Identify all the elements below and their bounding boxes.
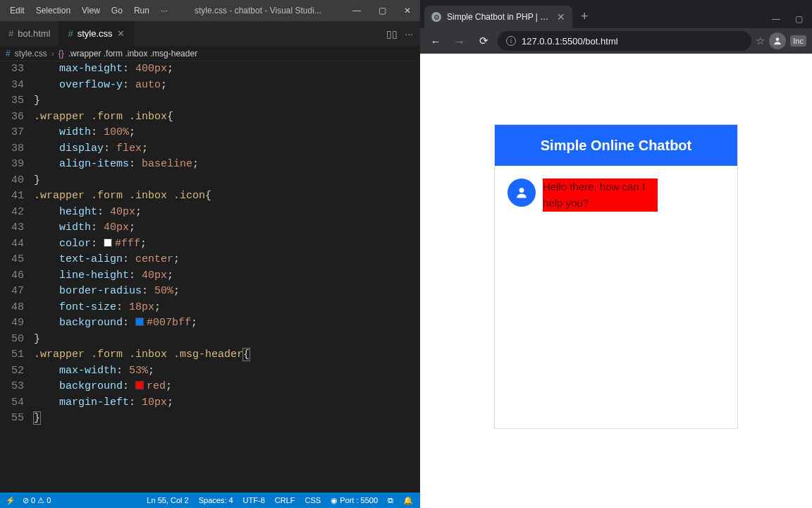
split-editor-icon[interactable]: ▯▯ — [386, 28, 398, 40]
vscode-window-controls: — ▢ ✕ — [344, 0, 420, 21]
bot-avatar-icon — [508, 179, 536, 207]
vscode-menubar: EditSelectionViewGoRun··· — [0, 4, 172, 17]
profile-avatar-icon[interactable] — [769, 32, 786, 49]
code-line[interactable]: width: 100%; — [34, 125, 420, 141]
status-item-7[interactable]: 🔔 — [403, 496, 413, 505]
code-line[interactable]: text-align: center; — [34, 252, 420, 268]
code-line[interactable]: overflow-y: auto; — [34, 78, 420, 94]
chrome-tabstrip: ⚙ Simple Chatbot in PHP | CodingN ✕ + — … — [420, 0, 812, 28]
status-item-5[interactable]: ◉ Port : 5500 — [331, 496, 378, 505]
code-line[interactable]: color: #fff; — [34, 236, 420, 253]
reload-button[interactable]: ⟳ — [474, 31, 493, 51]
more-actions-icon[interactable]: ··· — [405, 28, 413, 40]
code-line[interactable]: background: #007bff; — [34, 315, 420, 332]
status-item-4[interactable]: CSS — [305, 496, 321, 505]
chrome-toolbar: ← → ⟳ i 127.0.0.1:5500/bot.html ☆ Inc — [420, 28, 812, 54]
svg-point-1 — [519, 188, 524, 193]
incognito-badge: Inc — [790, 35, 806, 47]
breadcrumb-selector[interactable]: .wrapper .form .inbox .msg-header — [68, 49, 197, 59]
menu-selection[interactable]: Selection — [32, 4, 75, 17]
browser-tab[interactable]: ⚙ Simple Chatbot in PHP | CodingN ✕ — [424, 6, 572, 28]
code-line[interactable]: .wrapper .form .inbox{ — [34, 109, 420, 126]
menu-···[interactable]: ··· — [156, 4, 172, 17]
maximize-button[interactable]: ▢ — [788, 14, 809, 24]
minimize-button[interactable]: — — [765, 14, 787, 24]
back-button[interactable]: ← — [426, 31, 445, 51]
file-icon: # — [8, 28, 13, 39]
vscode-statusbar: ⚡ ⊘ 0 ⚠ 0 Ln 55, Col 2Spaces: 4UTF-8CRLF… — [0, 492, 420, 508]
code-line[interactable]: width: 40px; — [34, 220, 420, 236]
code-line[interactable]: max-width: 53%; — [34, 363, 420, 380]
chatbot-header: Simple Online Chatbot — [495, 125, 737, 166]
breadcrumb-file[interactable]: style.css — [15, 49, 47, 59]
problems-status[interactable]: ⊘ 0 ⚠ 0 — [23, 496, 51, 505]
code-line[interactable]: } — [34, 411, 420, 427]
editor-tab-bot-html[interactable]: #bot.html — [0, 21, 59, 46]
bot-message: Hello there, how can I help you? — [543, 179, 658, 212]
url-text: 127.0.0.1:5500/bot.html — [522, 36, 618, 47]
chrome-window-controls: — ▢ — [765, 14, 812, 28]
code-line[interactable]: .wrapper .form .inbox .msg-header{ — [34, 347, 420, 363]
code-line[interactable]: } — [34, 93, 420, 109]
chrome-window: ⚙ Simple Chatbot in PHP | CodingN ✕ + — … — [420, 0, 812, 508]
code-line[interactable]: font-size: 18px; — [34, 300, 420, 316]
remote-indicator[interactable]: ⚡ — [6, 496, 16, 505]
code-line[interactable]: } — [34, 173, 420, 189]
vscode-breadcrumbs[interactable]: # style.css › {} .wrapper .form .inbox .… — [0, 46, 420, 61]
close-button[interactable]: ✕ — [395, 0, 420, 21]
page-viewport: Simple Online Chatbot Hello there, how c… — [420, 54, 812, 508]
code-line[interactable]: border-radius: 50%; — [34, 284, 420, 300]
vscode-window-title: style.css - chatbot - Visual Studi... — [172, 6, 344, 16]
menu-go[interactable]: Go — [107, 4, 127, 17]
maximize-button[interactable]: ▢ — [369, 0, 395, 21]
tab-title: Simple Chatbot in PHP | CodingN — [447, 12, 551, 22]
line-number-gutter: 3334353637383940414243444546474849505152… — [0, 61, 34, 492]
code-line[interactable]: background: red; — [34, 379, 420, 395]
status-item-2[interactable]: UTF-8 — [243, 496, 265, 505]
site-info-icon[interactable]: i — [506, 36, 516, 46]
code-line[interactable]: .wrapper .form .inbox .icon{ — [34, 188, 420, 205]
chat-inbox-row: Hello there, how can I help you? — [508, 179, 725, 212]
code-line[interactable]: line-height: 40px; — [34, 268, 420, 284]
code-area[interactable]: max-height: 400px; overflow-y: auto;}.wr… — [34, 61, 420, 492]
css-file-icon: # — [6, 49, 11, 59]
code-line[interactable]: max-height: 400px; — [34, 61, 420, 78]
vscode-editor[interactable]: 3334353637383940414243444546474849505152… — [0, 61, 420, 492]
braces-icon: {} — [59, 49, 64, 59]
menu-edit[interactable]: Edit — [6, 4, 29, 17]
code-line[interactable]: margin-left: 10px; — [34, 395, 420, 411]
vscode-window: EditSelectionViewGoRun··· style.css - ch… — [0, 0, 420, 508]
chevron-right-icon: › — [51, 49, 54, 59]
chatbot-body: Hello there, how can I help you? — [495, 166, 737, 428]
menu-view[interactable]: View — [78, 4, 104, 17]
bookmark-star-icon[interactable]: ☆ — [756, 35, 765, 47]
tab-close-icon[interactable]: ✕ — [557, 11, 565, 23]
chatbot-wrapper: Simple Online Chatbot Hello there, how c… — [494, 124, 738, 429]
code-line[interactable]: height: 40px; — [34, 205, 420, 221]
minimize-button[interactable]: — — [344, 0, 369, 21]
favicon-icon: ⚙ — [431, 12, 441, 22]
status-item-6[interactable]: ⧉ — [388, 496, 393, 505]
vscode-titlebar: EditSelectionViewGoRun··· style.css - ch… — [0, 0, 420, 21]
status-item-1[interactable]: Spaces: 4 — [199, 496, 233, 505]
status-item-0[interactable]: Ln 55, Col 2 — [147, 496, 188, 505]
menu-run[interactable]: Run — [130, 4, 154, 17]
tab-label: bot.html — [18, 28, 50, 39]
tab-label: style.css — [78, 28, 113, 39]
forward-button[interactable]: → — [450, 31, 469, 51]
file-icon: # — [68, 28, 73, 39]
tab-close-icon[interactable]: ✕ — [117, 28, 125, 39]
status-item-3[interactable]: CRLF — [275, 496, 295, 505]
svg-point-0 — [776, 37, 780, 41]
editor-tab-style-css[interactable]: #style.css✕ — [59, 21, 133, 46]
code-line[interactable]: align-items: baseline; — [34, 157, 420, 173]
address-bar[interactable]: i 127.0.0.1:5500/bot.html — [498, 31, 751, 51]
code-line[interactable]: display: flex; — [34, 141, 420, 157]
vscode-editor-tabs: #bot.html#style.css✕ ▯▯ ··· — [0, 21, 420, 46]
new-tab-button[interactable]: + — [572, 9, 597, 28]
code-line[interactable]: } — [34, 332, 420, 348]
